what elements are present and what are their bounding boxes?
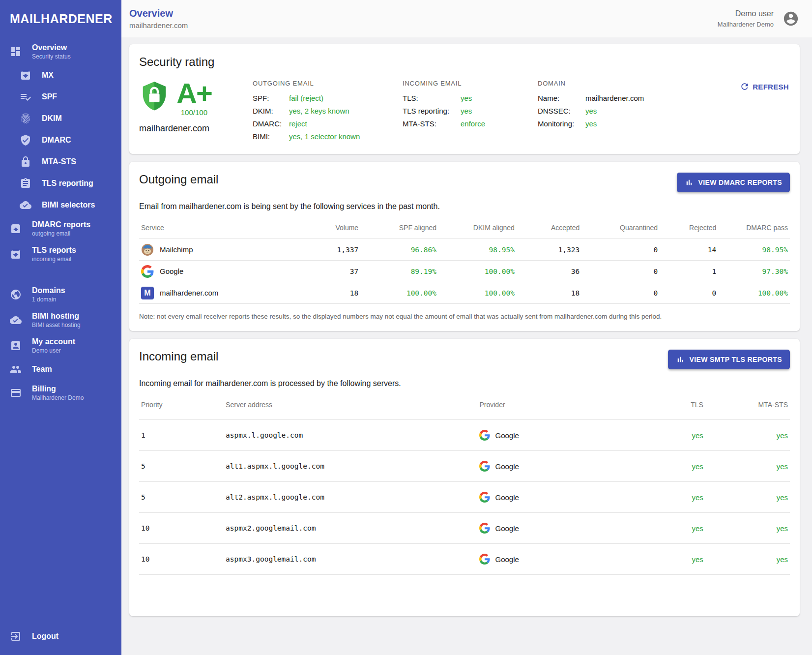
spf-label: SPF: bbox=[253, 92, 289, 105]
table-row: 10 aspmx2.googlemail.com Google yes yes bbox=[139, 513, 790, 544]
sidebar-item-tls-reports[interactable]: TLS reportsincoming email bbox=[0, 241, 121, 267]
top-bar: Overview mailhardener.com Demo user Mail… bbox=[121, 0, 812, 37]
mailchimp-icon bbox=[141, 243, 154, 256]
spf-aligned-value: 96.86% bbox=[360, 239, 438, 261]
tls-value: yes bbox=[640, 451, 705, 482]
sidebar-item-bimi-selectors[interactable]: BIMI selectors bbox=[0, 194, 121, 216]
sidebar-item-label: BIMI selectors bbox=[42, 200, 95, 210]
sidebar-item-billing[interactable]: BillingMailhardener Demo bbox=[0, 380, 121, 406]
fingerprint-icon bbox=[20, 113, 31, 124]
clipboard-icon bbox=[20, 178, 31, 189]
bimi-label: BIMI: bbox=[253, 130, 289, 143]
sidebar-item-my-account[interactable]: My accountDemo user bbox=[0, 333, 121, 358]
incoming-email-card: Incoming email VIEW SMTP TLS REPORTS Inc… bbox=[129, 339, 800, 616]
name-label: Name: bbox=[538, 92, 585, 105]
dashboard-icon bbox=[10, 46, 22, 58]
rejected-value: 14 bbox=[660, 239, 718, 261]
sidebar-item-mx[interactable]: MX bbox=[0, 64, 121, 86]
sidebar-item-mta-sts[interactable]: MTA-STS bbox=[0, 151, 121, 173]
sidebar-item-label: Domains bbox=[32, 286, 65, 296]
sidebar-item-bimi-hosting[interactable]: BIMI hostingBIMI asset hosting bbox=[0, 307, 121, 333]
logout-icon bbox=[10, 630, 22, 642]
tls-reporting-label: TLS reporting: bbox=[403, 105, 461, 118]
tls-value: yes bbox=[640, 482, 705, 513]
sidebar-item-label: DKIM bbox=[42, 114, 62, 123]
spf-aligned-value: 100.00% bbox=[360, 282, 438, 304]
sidebar-item-dkim[interactable]: DKIM bbox=[0, 108, 121, 129]
refresh-button[interactable]: REFRESH bbox=[739, 80, 790, 93]
server-address: aspmx2.googlemail.com bbox=[224, 513, 477, 544]
sidebar-item-team[interactable]: Team bbox=[0, 358, 121, 380]
sidebar-item-label: TLS reports bbox=[32, 245, 76, 255]
sidebar-item-logout[interactable]: Logout bbox=[0, 623, 121, 655]
mta-sts-label: MTA-STS: bbox=[403, 118, 461, 130]
domain-heading: DOMAIN bbox=[538, 80, 644, 87]
sidebar-item-spf[interactable]: SPF bbox=[0, 86, 121, 108]
sidebar-item-label: BIMI hosting bbox=[32, 311, 81, 321]
mta-sts-value: yes bbox=[705, 513, 790, 544]
view-dmarc-reports-button[interactable]: VIEW DMARC REPORTS bbox=[677, 173, 790, 192]
col-header-server-address: Server address bbox=[224, 397, 477, 420]
sidebar-item-sublabel: Mailhardener Demo bbox=[32, 394, 84, 402]
dkim-label: DKIM: bbox=[253, 105, 289, 118]
account-box-icon bbox=[10, 340, 22, 352]
user-org: Mailhardener Demo bbox=[718, 20, 774, 30]
sidebar-item-sublabel: Demo user bbox=[32, 347, 75, 355]
dmarc-pass-value: 97.30% bbox=[718, 261, 790, 282]
table-row: 5 alt2.aspmx.l.google.com Google yes yes bbox=[139, 482, 790, 513]
monitoring-label: Monitoring: bbox=[538, 118, 585, 130]
provider-name: Google bbox=[495, 555, 519, 564]
priority-value: 5 bbox=[139, 451, 224, 482]
sidebar-item-dmarc[interactable]: DMARC bbox=[0, 129, 121, 151]
globe-icon bbox=[10, 289, 22, 300]
quarantined-value: 0 bbox=[581, 282, 660, 304]
col-header-provider: Provider bbox=[477, 397, 640, 420]
col-header-service: Service bbox=[139, 220, 289, 239]
cloud-check-icon bbox=[20, 199, 31, 211]
sidebar-item-label: Team bbox=[32, 364, 52, 374]
inbox-archive-icon bbox=[20, 69, 31, 81]
view-smtp-tls-reports-button[interactable]: VIEW SMTP TLS REPORTS bbox=[668, 350, 790, 369]
rejected-value: 0 bbox=[660, 282, 718, 304]
shield-lock-icon bbox=[139, 80, 170, 114]
sidebar-item-overview[interactable]: OverviewSecurity status bbox=[0, 39, 121, 64]
dnssec-value: yes bbox=[585, 105, 597, 118]
spf-aligned-value: 89.19% bbox=[360, 261, 438, 282]
monitoring-value: yes bbox=[585, 118, 597, 130]
outgoing-email-note: Note: not every email receiver reports t… bbox=[139, 313, 790, 320]
sidebar-item-label: Logout bbox=[32, 631, 58, 641]
account-circle-icon[interactable] bbox=[783, 10, 799, 27]
incoming-email-description: Incoming email for mailhardener.com is p… bbox=[139, 379, 790, 388]
people-icon bbox=[10, 363, 22, 375]
table-header-row: Service Volume SPF aligned DKIM aligned … bbox=[139, 220, 790, 239]
sidebar-item-domains[interactable]: Domains1 domain bbox=[0, 282, 121, 307]
security-grade: A+ bbox=[176, 80, 212, 107]
col-header-quarantined: Quarantined bbox=[581, 220, 660, 239]
content: Security rating A+ 100/100 mailhardener.… bbox=[121, 37, 812, 655]
google-icon bbox=[479, 430, 490, 441]
server-address: alt2.aspmx.l.google.com bbox=[224, 482, 477, 513]
domain-summary: DOMAIN Name:mailhardener.com DNSSEC:yes … bbox=[538, 80, 644, 130]
dkim-aligned-value: 98.95% bbox=[438, 239, 517, 261]
sidebar-item-tls-reporting[interactable]: TLS reporting bbox=[0, 173, 121, 194]
refresh-icon bbox=[740, 82, 750, 91]
dmarc-pass-value: 98.95% bbox=[718, 239, 790, 261]
server-address: aspmx3.googlemail.com bbox=[224, 544, 477, 575]
user-name: Demo user bbox=[718, 8, 774, 20]
rejected-value: 1 bbox=[660, 261, 718, 282]
dmarc-pass-value: 100.00% bbox=[718, 282, 790, 304]
tls-value: yes bbox=[640, 513, 705, 544]
accepted-value: 36 bbox=[517, 261, 581, 282]
mta-sts-value: yes bbox=[705, 451, 790, 482]
sidebar-item-dmarc-reports[interactable]: DMARC reportsoutgoing email bbox=[0, 216, 121, 241]
sidebar-nav: OverviewSecurity status MX SPF DKIM DMAR… bbox=[0, 39, 121, 623]
name-value: mailhardener.com bbox=[585, 92, 644, 105]
sidebar-item-label: MX bbox=[42, 70, 54, 80]
server-address: alt1.aspmx.l.google.com bbox=[224, 451, 477, 482]
bimi-value: yes, 1 selector known bbox=[289, 130, 360, 143]
tls-value: yes bbox=[461, 92, 472, 105]
priority-value: 5 bbox=[139, 482, 224, 513]
col-header-mta-sts: MTA-STS bbox=[705, 397, 790, 420]
credit-card-icon bbox=[10, 387, 22, 399]
sidebar-item-label: Overview bbox=[32, 43, 71, 53]
